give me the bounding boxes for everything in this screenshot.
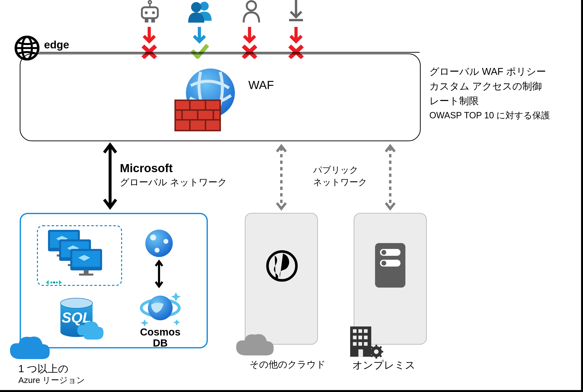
svg-point-62	[56, 282, 58, 284]
download-icon	[287, 0, 305, 23]
svg-point-61	[53, 282, 55, 284]
svg-point-2	[149, 1, 151, 4]
svg-point-10	[191, 2, 201, 12]
svg-rect-86	[358, 329, 362, 333]
public-network-line2: ネットワーク	[313, 176, 367, 188]
building-gear-icon	[347, 323, 384, 360]
svg-point-83	[381, 261, 386, 266]
svg-rect-96	[375, 345, 377, 348]
svg-point-63	[145, 230, 173, 257]
svg-point-64	[150, 234, 156, 240]
svg-rect-88	[353, 336, 357, 340]
waf-icon	[171, 66, 240, 134]
cosmos-label-1: Cosmos	[136, 326, 185, 338]
svg-point-11	[247, 1, 256, 10]
svg-rect-94	[358, 350, 363, 357]
microsoft-subtitle: グローバル ネットワーク	[120, 176, 227, 188]
svg-point-81	[381, 250, 386, 255]
svg-rect-90	[364, 336, 368, 340]
dashed-arrow-cloud	[275, 142, 287, 213]
svg-rect-0	[581, 0, 583, 392]
azure-cloud-icon	[7, 332, 51, 362]
svg-rect-99	[380, 351, 383, 353]
svg-point-6	[152, 11, 155, 14]
edge-line	[39, 52, 420, 53]
other-cloud-label: その他のクラウド	[250, 358, 326, 371]
svg-rect-93	[364, 342, 368, 346]
svg-marker-70	[171, 292, 181, 301]
svg-rect-58	[84, 270, 89, 274]
svg-marker-71	[140, 319, 149, 326]
dashed-arrow-prem	[384, 142, 396, 213]
svg-point-60	[51, 282, 52, 284]
svg-rect-7	[145, 19, 149, 22]
svg-rect-4	[142, 7, 158, 18]
svg-rect-89	[358, 336, 362, 340]
svg-marker-72	[173, 319, 180, 326]
svg-rect-98	[369, 351, 372, 353]
feature-line1: グローバル WAF ポリシー	[429, 64, 546, 79]
microsoft-arrow	[103, 142, 118, 210]
svg-point-5	[145, 11, 148, 14]
feature-line2: カスタム アクセスの制御	[429, 79, 542, 94]
azure-region-line2: Azure リージョン	[18, 375, 85, 386]
server-icon	[373, 242, 407, 288]
bot-icon	[138, 0, 162, 23]
other-cloud-shape-icon	[234, 330, 275, 358]
feature-line4: OWASP TOP 10 に対する保護	[429, 110, 550, 122]
cosmos-db-icon	[140, 287, 181, 326]
cosmos-arrow	[154, 259, 164, 288]
scale-set-icon	[45, 276, 62, 288]
svg-rect-8	[151, 19, 155, 22]
azure-region-line1: 1 つ以上の	[18, 362, 69, 376]
svg-point-104	[374, 350, 379, 354]
other-cloud-globe-icon	[265, 250, 298, 282]
svg-rect-92	[358, 342, 362, 346]
public-network-line1: パブリック	[313, 164, 358, 176]
edge-label: edge	[44, 39, 69, 51]
svg-rect-59	[79, 274, 94, 276]
bottom-border	[0, 390, 583, 392]
svg-rect-87	[364, 329, 368, 333]
right-border	[581, 0, 583, 392]
user-icon	[241, 0, 262, 23]
svg-point-65	[163, 239, 168, 244]
feature-line3: レート制限	[429, 94, 479, 108]
waf-label: WAF	[248, 78, 274, 92]
onprem-label: オンプレミス	[352, 358, 415, 372]
svg-rect-91	[353, 342, 357, 346]
compute-instances-icon	[48, 230, 104, 278]
svg-rect-85	[353, 329, 357, 333]
user-group-icon	[186, 0, 215, 23]
network-globe-icon	[144, 229, 174, 258]
sql-database-icon: SQL	[59, 297, 105, 346]
microsoft-title: Microsoft	[120, 162, 173, 175]
svg-rect-1	[0, 390, 583, 392]
cosmos-label-2: DB	[136, 338, 185, 349]
svg-point-66	[155, 248, 160, 252]
